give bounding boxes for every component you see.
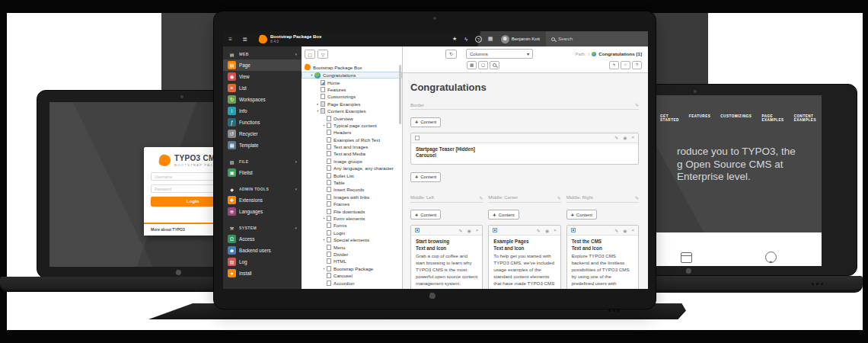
content-element-card[interactable]: ✎◉×Example PagesText and IconTo help get… <box>488 225 560 289</box>
module-item-recycler[interactable]: ↺Recycler <box>223 128 302 139</box>
tree-item-bullet-list[interactable]: Bullet List <box>302 172 402 178</box>
tree-item-form-elements[interactable]: +Form elements <box>302 215 402 222</box>
tree-item-congratulations[interactable]: ▾Congratulations <box>302 72 402 79</box>
edit-icon[interactable]: ✎ <box>635 102 639 107</box>
delete-icon[interactable]: × <box>631 135 634 140</box>
module-item-workspaces[interactable]: ↻Workspaces <box>223 94 302 105</box>
module-item-access[interactable]: ΩAccess <box>223 233 302 245</box>
tree-item-features[interactable]: Features <box>302 86 402 93</box>
add-content-button[interactable]: ✚ Content <box>410 117 441 127</box>
tree-item-images-with-links[interactable]: Images with links <box>302 194 402 200</box>
edit-icon[interactable]: ✎ <box>459 228 463 233</box>
module-item-functions[interactable]: ƒFunctions <box>223 117 302 128</box>
breadcrumb-page[interactable]: Congratulations [1] <box>598 51 642 56</box>
edit-icon[interactable]: ✎ <box>479 195 483 200</box>
visibility-icon[interactable]: ◉ <box>623 135 627 140</box>
module-item-view[interactable]: ◉View <box>223 71 302 82</box>
tree-item-customizings[interactable]: Customizings <box>302 93 402 100</box>
new-page-button[interactable]: ▢ <box>305 50 315 59</box>
content-element-card[interactable]: ✎◉×Start browsingText and IconGrab a cup… <box>410 225 483 289</box>
module-item-filelist[interactable]: ▣Filelist <box>223 167 302 178</box>
edit-icon[interactable]: ✎ <box>635 195 639 200</box>
menu-collapse-button[interactable]: ≡ <box>223 31 238 46</box>
refresh-button[interactable]: ↻ <box>445 50 457 59</box>
tree-item-carousel[interactable]: Carousel <box>302 272 402 279</box>
clear-cache-button[interactable]: ϟ <box>609 61 619 69</box>
visibility-icon[interactable]: ◉ <box>623 228 627 233</box>
tree-item-examples-of-rich-text[interactable]: Examples of Rich Text <box>302 136 402 143</box>
tree-item-table[interactable]: Table <box>302 179 402 186</box>
tree-item-html[interactable]: HTML <box>302 258 402 264</box>
add-content-button[interactable]: ✚ Content <box>410 172 441 182</box>
edit-icon[interactable]: ✎ <box>537 228 541 233</box>
edit-icon[interactable]: ✎ <box>557 195 561 200</box>
visibility-icon[interactable]: ◉ <box>545 228 549 233</box>
module-item-install[interactable]: ∗Install <box>223 268 302 279</box>
tree-item-bootstrap-package[interactable]: +Bootstrap Package <box>302 265 402 272</box>
tree-item-special-elements[interactable]: +Special elements <box>302 236 402 243</box>
add-content-button[interactable]: ✚Content <box>488 210 519 220</box>
module-section-admin-tools[interactable]: ◆ADMIN TOOLS▾ <box>223 184 302 194</box>
search-page-button[interactable] <box>490 61 499 69</box>
content-element-card[interactable]: ✎ ◉ × Startpage Teaser [Hidden] Carousel <box>410 133 639 165</box>
module-item-extensions[interactable]: ✚Extensions <box>223 194 302 206</box>
delete-icon[interactable]: × <box>554 228 557 233</box>
tree-item-home[interactable]: Home <box>302 79 402 85</box>
view-mode-button[interactable]: ▦ <box>467 61 477 69</box>
tree-item-any-language-any-character[interactable]: Any language, any character <box>302 165 402 172</box>
tree-item-file-downloads[interactable]: File downloads <box>302 207 402 214</box>
tree-item-typical-page-content[interactable]: +Typical page content <box>302 122 402 129</box>
tree-item-menu[interactable]: Menu <box>302 243 402 250</box>
expand-icon[interactable]: + <box>321 267 327 271</box>
tree-item-text-and-media[interactable]: Text and Media <box>302 150 402 157</box>
module-section-system[interactable]: ⚒SYSTEM▾ <box>223 223 302 233</box>
tree-item-overview[interactable]: Overview <box>302 114 402 121</box>
module-item-backend-users[interactable]: ☻Backend users <box>223 245 302 256</box>
checkbox[interactable] <box>415 228 420 232</box>
nav-item-content-examples[interactable]: CONTENT EXAMPLES <box>794 114 822 122</box>
bookmark-star-icon[interactable]: ★ <box>449 36 461 42</box>
tree-item-page-examples[interactable]: ▸Page Examples <box>302 101 402 107</box>
expand-icon[interactable]: + <box>321 238 327 242</box>
more-about-typo3-link[interactable]: More about TYPO3 <box>151 227 185 232</box>
collapse-icon[interactable]: ▾ <box>315 109 321 113</box>
tree-item-content-examples[interactable]: ▾Content Examples <box>302 107 402 114</box>
module-item-page[interactable]: ▤Page <box>223 59 302 71</box>
search-input[interactable] <box>558 37 643 41</box>
username-label[interactable]: Benjamin Kott <box>512 37 540 41</box>
bookmark-button[interactable]: ☆ <box>621 61 630 69</box>
module-item-list[interactable]: ≡List <box>223 82 302 94</box>
delete-icon[interactable]: × <box>476 228 479 233</box>
nav-item-page-examples[interactable]: PAGE EXAMPLES <box>761 114 783 122</box>
avatar[interactable]: ☻ <box>501 35 509 43</box>
module-item-template[interactable]: ▦Template <box>223 139 302 151</box>
expand-icon[interactable]: + <box>321 123 327 127</box>
element-links[interactable]: Features Customizing <box>416 287 477 289</box>
nav-item-features[interactable]: FEATURES <box>689 114 710 122</box>
checkbox[interactable] <box>415 136 420 140</box>
cache-bolt-icon[interactable]: ϟ <box>461 37 472 42</box>
expand-icon[interactable]: ▸ <box>315 102 321 106</box>
module-item-info[interactable]: iInfo <box>223 105 302 117</box>
nav-item-customizings[interactable]: CUSTOMIZINGS <box>720 114 752 122</box>
show-page-button[interactable]: ▢ <box>478 61 488 69</box>
tree-item-image-groups[interactable]: Image groups <box>302 158 402 165</box>
help-button[interactable]: ? <box>632 61 642 69</box>
module-menu-icon[interactable]: ≣ <box>238 31 252 46</box>
delete-icon[interactable]: × <box>631 228 634 233</box>
tree-item-frames[interactable]: Frames <box>302 200 402 207</box>
visibility-icon[interactable]: ◉ <box>468 228 471 233</box>
content-element-card[interactable]: ✎◉×Test the CMSText and IconExplore TYPO… <box>566 225 639 289</box>
edit-icon[interactable]: ✎ <box>614 135 618 140</box>
tree-item-forms[interactable]: Forms <box>302 222 402 229</box>
expand-icon[interactable]: + <box>321 216 327 220</box>
tree-scrollbar[interactable] <box>399 65 401 124</box>
module-item-languages[interactable]: ⊕Languages <box>223 206 302 217</box>
tree-item-divider[interactable]: Divider <box>302 251 402 258</box>
collapse-icon[interactable]: ▾ <box>309 73 314 77</box>
add-content-button[interactable]: ✚Content <box>410 210 441 220</box>
edit-icon[interactable]: ✎ <box>614 228 618 233</box>
filter-button[interactable]: ▽ <box>318 50 328 59</box>
checkbox[interactable] <box>493 228 497 232</box>
tree-root[interactable]: Bootstrap Package Box <box>302 62 402 72</box>
